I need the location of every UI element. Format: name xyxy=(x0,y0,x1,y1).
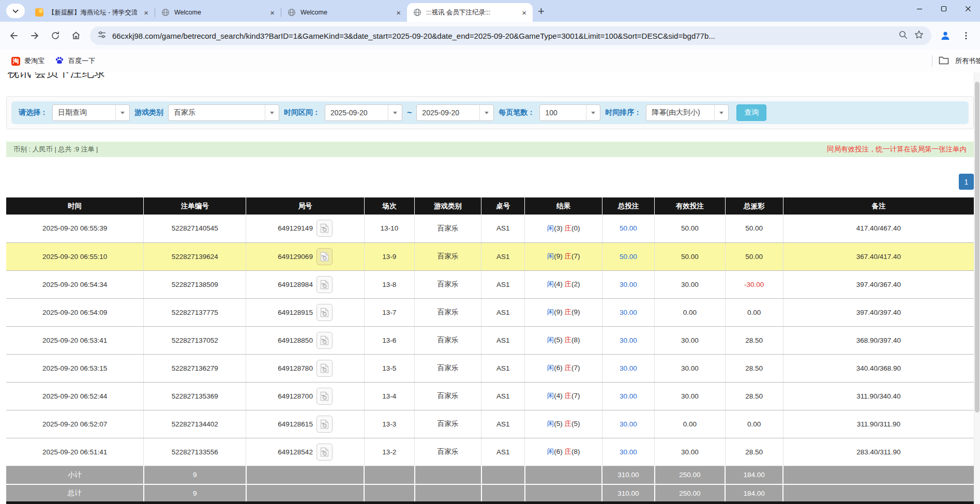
table-row: 2025-09-20 06:53:15522827136279649128780… xyxy=(6,354,974,382)
banker-label: 庄 xyxy=(565,308,572,316)
minimize-button[interactable] xyxy=(907,0,931,18)
tab-search-button[interactable] xyxy=(6,4,25,18)
page-content: 视讯 会员下注纪录 请选择： 日期查询 游戏类别 百家乐 时间区间： 2025-… xyxy=(0,72,980,504)
bookmark-star-icon[interactable] xyxy=(914,29,924,42)
per-page-select[interactable]: 100 xyxy=(539,104,600,121)
zoom-icon[interactable] xyxy=(898,30,908,42)
cell-note: 311.90/340.40 xyxy=(783,382,974,410)
close-icon[interactable]: × xyxy=(520,8,529,17)
page-scrollbar[interactable] xyxy=(974,72,980,504)
browser-tab[interactable]: :::视讯 会员下注纪录:::× xyxy=(407,3,533,22)
banker-points: (7) xyxy=(571,252,580,260)
bookmark-label: 爱淘宝 xyxy=(24,56,44,66)
banker-label: 庄 xyxy=(565,224,572,232)
video-icon-button[interactable] xyxy=(316,416,333,433)
filter-bar: 请选择： 日期查询 游戏类别 百家乐 时间区间： 2025-09-20 ~ 20… xyxy=(11,101,969,124)
round-id-text: 649129069 xyxy=(278,253,313,261)
reload-button[interactable] xyxy=(46,26,65,45)
close-window-button[interactable] xyxy=(956,0,980,18)
video-icon-button[interactable] xyxy=(316,388,333,405)
bookmarks-list: 淘爱淘宝百度一下 xyxy=(6,56,100,67)
home-button[interactable] xyxy=(66,26,86,45)
tab-strip: 【新提醒】海燕论坛 - 博学交流×Welcome×Welcome×:::视讯 会… xyxy=(0,0,980,22)
date-end-select[interactable]: 2025-09-20 xyxy=(416,104,494,121)
player-label: 闲 xyxy=(547,308,554,316)
column-header: 总投注 xyxy=(602,197,654,215)
browser-tab[interactable]: Welcome× xyxy=(281,3,407,22)
scrollbar-thumb[interactable] xyxy=(975,82,979,413)
close-icon[interactable]: × xyxy=(142,8,150,17)
total-bet-link[interactable]: 30.00 xyxy=(620,337,637,344)
back-button[interactable] xyxy=(4,26,24,45)
browser-tab[interactable]: 【新提醒】海燕论坛 - 博学交流× xyxy=(29,3,155,22)
bookmark-item[interactable]: 淘爱淘宝 xyxy=(6,56,50,67)
player-label: 闲 xyxy=(547,448,554,455)
bookmarks-right: 所有书签 xyxy=(932,55,980,67)
date-start-select[interactable]: 2025-09-20 xyxy=(325,104,402,121)
cell-note: 340.40/368.90 xyxy=(783,354,974,382)
total-total-bet: 310.00 xyxy=(602,484,654,503)
bookmark-item[interactable]: 百度一下 xyxy=(50,56,100,67)
subtotal-count: 9 xyxy=(144,466,246,484)
total-bet-link[interactable]: 30.00 xyxy=(620,281,637,288)
video-icon-button[interactable] xyxy=(316,360,333,377)
total-bet-link[interactable]: 30.00 xyxy=(620,364,637,372)
forward-button[interactable] xyxy=(25,26,44,45)
new-tab-button[interactable]: + xyxy=(538,6,545,17)
cell-table-no: AS1 xyxy=(481,410,525,438)
video-icon-button[interactable] xyxy=(316,444,333,461)
globe-icon xyxy=(288,8,296,17)
address-bar[interactable]: 66cxkj98.com/game/betrecord_search/kind3… xyxy=(90,26,931,45)
total-bet-link[interactable]: 30.00 xyxy=(620,448,637,456)
total-bet-link[interactable]: 30.00 xyxy=(620,392,637,400)
profile-avatar[interactable] xyxy=(936,26,955,45)
cell-table-no: AS1 xyxy=(481,382,525,410)
video-icon-button[interactable] xyxy=(316,276,333,293)
total-bet-link[interactable]: 30.00 xyxy=(620,309,637,316)
all-bookmarks-label[interactable]: 所有书签 xyxy=(955,56,980,66)
cell-time: 2025-09-20 06:52:07 xyxy=(6,410,144,438)
cell-time: 2025-09-20 06:53:15 xyxy=(6,354,144,382)
total-row: 总计 9 310.00 250.00 184.00 xyxy=(6,484,974,503)
browser-menu-icon[interactable] xyxy=(956,26,976,45)
banker-label: 庄 xyxy=(565,364,572,372)
tab-title: Welcome xyxy=(174,9,263,16)
cell-table-no: AS1 xyxy=(481,215,525,242)
table-row: 2025-09-20 06:51:41522827133556649128542… xyxy=(6,438,974,466)
player-label: 闲 xyxy=(547,392,554,400)
site-settings-icon[interactable] xyxy=(97,30,107,41)
banker-label: 庄 xyxy=(565,280,572,288)
video-icon-button[interactable] xyxy=(316,332,333,349)
cell-round-id: 649128915 xyxy=(246,298,364,326)
cell-time: 2025-09-20 06:53:41 xyxy=(6,326,144,354)
banker-points: (9) xyxy=(571,308,580,316)
total-bet-link[interactable]: 30.00 xyxy=(620,420,637,428)
video-icon-button[interactable] xyxy=(316,220,333,237)
bookmark-label: 百度一下 xyxy=(68,56,95,66)
browser-tab[interactable]: Welcome× xyxy=(155,3,281,22)
sort-select[interactable]: 降幂(由大到小) xyxy=(646,104,729,121)
maximize-button[interactable] xyxy=(931,0,956,18)
round-cell: 649128850 xyxy=(247,332,363,349)
cell-payout: 0.00 xyxy=(725,298,783,326)
game-type-select[interactable]: 百家乐 xyxy=(168,104,279,121)
video-icon-button[interactable] xyxy=(316,248,333,265)
globe-icon xyxy=(161,8,170,17)
close-icon[interactable]: × xyxy=(394,8,403,17)
banker-points: (7) xyxy=(571,364,580,372)
cell-time: 2025-09-20 06:54:34 xyxy=(6,270,144,298)
page-1-button[interactable]: 1 xyxy=(959,174,974,190)
banker-points: (2) xyxy=(571,280,580,288)
date-mode-select[interactable]: 日期查询 xyxy=(52,104,130,121)
search-button[interactable]: 查询 xyxy=(736,104,766,121)
round-cell: 649128780 xyxy=(247,360,363,377)
close-icon[interactable]: × xyxy=(268,8,277,17)
url-text[interactable]: 66cxkj98.com/game/betrecord_search/kind3… xyxy=(112,32,893,40)
total-bet-link[interactable]: 50.00 xyxy=(620,224,637,232)
table-header-row: 时间注单编号局号场次游戏类别桌号结果总投注有效投注总派彩备注 xyxy=(6,197,974,215)
video-icon-button[interactable] xyxy=(316,304,333,321)
total-bet-link[interactable]: 50.00 xyxy=(620,253,637,261)
cell-session: 13-8 xyxy=(364,270,414,298)
cell-session: 13-6 xyxy=(364,326,414,354)
date-range-tilde: ~ xyxy=(407,108,412,117)
